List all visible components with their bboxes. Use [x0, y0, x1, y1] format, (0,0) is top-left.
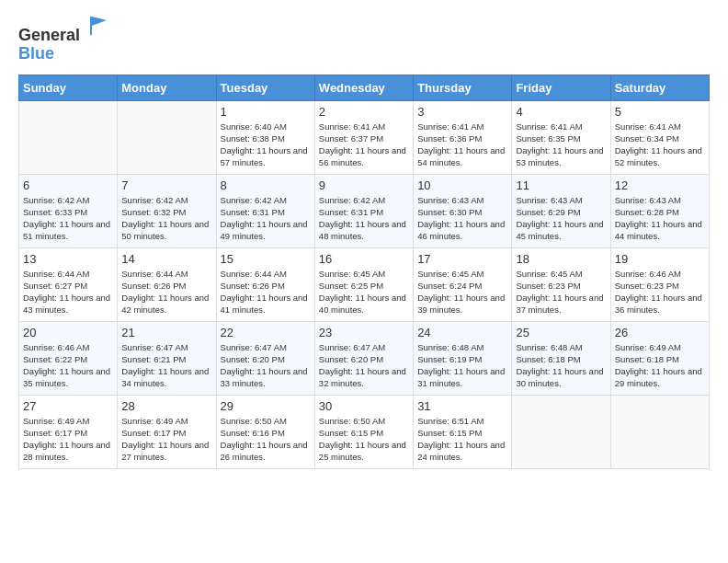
weekday-header-tuesday: Tuesday	[216, 75, 314, 100]
weekday-header-row: SundayMondayTuesdayWednesdayThursdayFrid…	[19, 75, 710, 100]
day-number: 25	[516, 326, 606, 339]
day-number: 9	[319, 178, 409, 192]
day-info: Sunrise: 6:42 AM Sunset: 6:32 PM Dayligh…	[121, 194, 211, 243]
logo-flag-icon	[86, 13, 112, 39]
logo-text: General Blue	[18, 15, 112, 63]
day-number: 26	[615, 326, 705, 339]
calendar-cell: 4Sunrise: 6:41 AM Sunset: 6:35 PM Daylig…	[512, 100, 610, 174]
calendar-cell: 7Sunrise: 6:42 AM Sunset: 6:32 PM Daylig…	[118, 174, 216, 247]
weekday-header-monday: Monday	[118, 75, 216, 100]
calendar-cell	[118, 100, 216, 174]
day-info: Sunrise: 6:48 AM Sunset: 6:18 PM Dayligh…	[516, 341, 606, 390]
day-info: Sunrise: 6:44 AM Sunset: 6:26 PM Dayligh…	[221, 268, 311, 316]
week-row-3: 13Sunrise: 6:44 AM Sunset: 6:27 PM Dayli…	[19, 247, 710, 321]
calendar-cell: 14Sunrise: 6:44 AM Sunset: 6:26 PM Dayli…	[118, 247, 216, 321]
day-info: Sunrise: 6:43 AM Sunset: 6:28 PM Dayligh…	[615, 194, 705, 243]
day-number: 15	[221, 252, 311, 266]
day-number: 17	[417, 252, 507, 266]
calendar-cell: 26Sunrise: 6:49 AM Sunset: 6:18 PM Dayli…	[610, 321, 709, 395]
logo-line2: Blue	[18, 45, 112, 63]
weekday-header-thursday: Thursday	[414, 75, 512, 100]
day-info: Sunrise: 6:50 AM Sunset: 6:16 PM Dayligh…	[221, 415, 311, 464]
day-info: Sunrise: 6:44 AM Sunset: 6:26 PM Dayligh…	[121, 268, 211, 316]
calendar-cell: 9Sunrise: 6:42 AM Sunset: 6:31 PM Daylig…	[314, 174, 413, 247]
day-number: 5	[615, 105, 705, 119]
day-info: Sunrise: 6:51 AM Sunset: 6:15 PM Dayligh…	[417, 415, 507, 464]
calendar-cell: 3Sunrise: 6:41 AM Sunset: 6:36 PM Daylig…	[414, 100, 512, 174]
day-info: Sunrise: 6:46 AM Sunset: 6:23 PM Dayligh…	[615, 268, 705, 316]
calendar-cell: 30Sunrise: 6:50 AM Sunset: 6:15 PM Dayli…	[314, 395, 413, 468]
day-info: Sunrise: 6:45 AM Sunset: 6:24 PM Dayligh…	[417, 268, 507, 316]
weekday-header-saturday: Saturday	[610, 75, 709, 100]
calendar-cell: 25Sunrise: 6:48 AM Sunset: 6:18 PM Dayli…	[512, 321, 610, 395]
day-info: Sunrise: 6:42 AM Sunset: 6:31 PM Dayligh…	[221, 194, 311, 243]
day-info: Sunrise: 6:43 AM Sunset: 6:29 PM Dayligh…	[516, 194, 606, 243]
calendar-cell: 12Sunrise: 6:43 AM Sunset: 6:28 PM Dayli…	[610, 174, 709, 247]
day-number: 20	[23, 326, 113, 339]
calendar-cell: 28Sunrise: 6:49 AM Sunset: 6:17 PM Dayli…	[118, 395, 216, 468]
day-number: 27	[23, 399, 113, 413]
day-number: 21	[121, 326, 211, 339]
calendar-cell: 16Sunrise: 6:45 AM Sunset: 6:25 PM Dayli…	[314, 247, 413, 321]
day-number: 11	[516, 178, 606, 192]
logo: General Blue	[18, 15, 112, 63]
day-info: Sunrise: 6:44 AM Sunset: 6:27 PM Dayligh…	[23, 268, 113, 316]
day-info: Sunrise: 6:47 AM Sunset: 6:20 PM Dayligh…	[221, 341, 311, 390]
calendar-cell	[610, 395, 709, 468]
page: General Blue SundayMondayTuesdayWednesda…	[0, 0, 728, 484]
calendar-cell: 21Sunrise: 6:47 AM Sunset: 6:21 PM Dayli…	[118, 321, 216, 395]
day-number: 2	[319, 105, 409, 119]
day-number: 7	[121, 178, 211, 192]
weekday-header-sunday: Sunday	[19, 75, 118, 100]
calendar-cell: 24Sunrise: 6:48 AM Sunset: 6:19 PM Dayli…	[414, 321, 512, 395]
day-number: 31	[417, 399, 507, 413]
day-number: 6	[23, 178, 113, 192]
weekday-header-wednesday: Wednesday	[314, 75, 413, 100]
weekday-header-friday: Friday	[512, 75, 610, 100]
calendar-cell	[19, 100, 118, 174]
day-info: Sunrise: 6:41 AM Sunset: 6:37 PM Dayligh…	[319, 121, 409, 169]
calendar-cell: 20Sunrise: 6:46 AM Sunset: 6:22 PM Dayli…	[19, 321, 118, 395]
calendar-cell: 10Sunrise: 6:43 AM Sunset: 6:30 PM Dayli…	[414, 174, 512, 247]
logo-blue: Blue	[18, 44, 54, 63]
day-number: 29	[221, 399, 311, 413]
calendar-cell: 23Sunrise: 6:47 AM Sunset: 6:20 PM Dayli…	[314, 321, 413, 395]
day-number: 28	[121, 399, 211, 413]
day-number: 3	[417, 105, 507, 119]
day-info: Sunrise: 6:41 AM Sunset: 6:35 PM Dayligh…	[516, 121, 606, 169]
day-info: Sunrise: 6:42 AM Sunset: 6:31 PM Dayligh…	[319, 194, 409, 243]
day-info: Sunrise: 6:49 AM Sunset: 6:17 PM Dayligh…	[23, 415, 113, 464]
calendar-table: SundayMondayTuesdayWednesdayThursdayFrid…	[18, 75, 710, 469]
day-number: 14	[121, 252, 211, 266]
calendar-cell: 17Sunrise: 6:45 AM Sunset: 6:24 PM Dayli…	[414, 247, 512, 321]
day-number: 8	[221, 178, 311, 192]
calendar-cell	[512, 395, 610, 468]
day-info: Sunrise: 6:41 AM Sunset: 6:34 PM Dayligh…	[615, 121, 705, 169]
day-info: Sunrise: 6:46 AM Sunset: 6:22 PM Dayligh…	[23, 341, 113, 390]
day-number: 22	[221, 326, 311, 339]
header: General Blue	[18, 15, 710, 63]
calendar-cell: 31Sunrise: 6:51 AM Sunset: 6:15 PM Dayli…	[414, 395, 512, 468]
calendar-cell: 8Sunrise: 6:42 AM Sunset: 6:31 PM Daylig…	[216, 174, 314, 247]
logo-general: General	[18, 26, 80, 44]
day-number: 16	[319, 252, 409, 266]
calendar-cell: 18Sunrise: 6:45 AM Sunset: 6:23 PM Dayli…	[512, 247, 610, 321]
week-row-2: 6Sunrise: 6:42 AM Sunset: 6:33 PM Daylig…	[19, 174, 710, 247]
calendar-cell: 1Sunrise: 6:40 AM Sunset: 6:38 PM Daylig…	[216, 100, 314, 174]
calendar-cell: 22Sunrise: 6:47 AM Sunset: 6:20 PM Dayli…	[216, 321, 314, 395]
day-info: Sunrise: 6:40 AM Sunset: 6:38 PM Dayligh…	[221, 121, 311, 169]
calendar-cell: 6Sunrise: 6:42 AM Sunset: 6:33 PM Daylig…	[19, 174, 118, 247]
day-info: Sunrise: 6:41 AM Sunset: 6:36 PM Dayligh…	[417, 121, 507, 169]
day-info: Sunrise: 6:43 AM Sunset: 6:30 PM Dayligh…	[417, 194, 507, 243]
day-info: Sunrise: 6:42 AM Sunset: 6:33 PM Dayligh…	[23, 194, 113, 243]
day-info: Sunrise: 6:49 AM Sunset: 6:18 PM Dayligh…	[615, 341, 705, 390]
day-info: Sunrise: 6:47 AM Sunset: 6:21 PM Dayligh…	[121, 341, 211, 390]
day-number: 24	[417, 326, 507, 339]
week-row-4: 20Sunrise: 6:46 AM Sunset: 6:22 PM Dayli…	[19, 321, 710, 395]
week-row-1: 1Sunrise: 6:40 AM Sunset: 6:38 PM Daylig…	[19, 100, 710, 174]
calendar-cell: 13Sunrise: 6:44 AM Sunset: 6:27 PM Dayli…	[19, 247, 118, 321]
calendar-cell: 15Sunrise: 6:44 AM Sunset: 6:26 PM Dayli…	[216, 247, 314, 321]
day-number: 13	[23, 252, 113, 266]
day-info: Sunrise: 6:47 AM Sunset: 6:20 PM Dayligh…	[319, 341, 409, 390]
day-number: 12	[615, 178, 705, 192]
